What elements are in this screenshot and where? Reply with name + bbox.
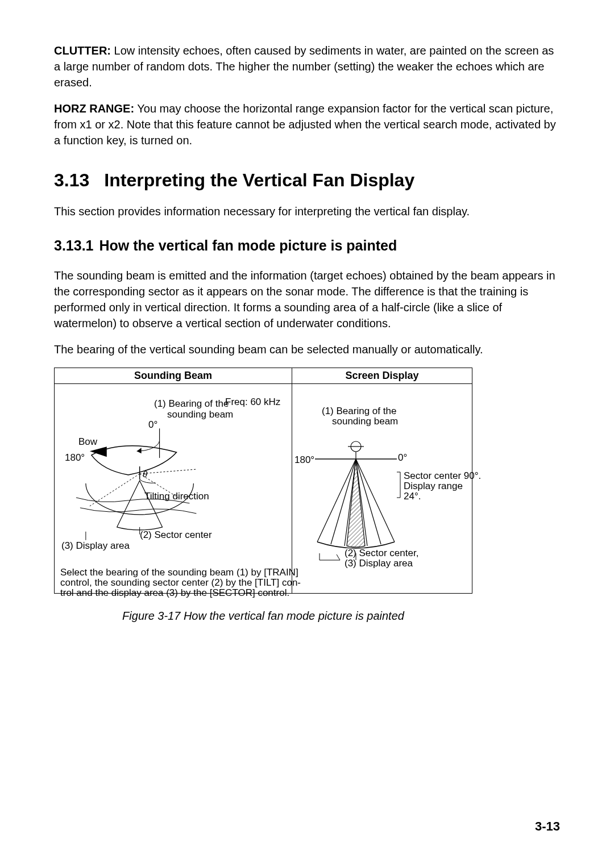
tilt-label: Tilting direction	[144, 491, 209, 502]
r-180-label: 180°	[294, 454, 314, 466]
horz-lead: HORZ RANGE:	[54, 102, 134, 115]
figure-note-3: trol and the display area (3) by the [SE…	[60, 587, 289, 599]
svg-line-21	[337, 554, 340, 560]
clutter-lead: CLUTTER:	[54, 44, 111, 57]
freq-label: Freq: 60 kHz	[225, 397, 280, 408]
zero-deg-label: 0°	[148, 419, 157, 431]
clutter-text: Low intensity echoes, often caused by se…	[54, 44, 554, 89]
page: CLUTTER: Low intensity echoes, often cau…	[0, 0, 614, 868]
svg-marker-1	[137, 448, 142, 453]
subsection-number: 3.13.1	[54, 237, 94, 253]
bow-label: Bow	[78, 436, 97, 448]
figure-body: Freq: 60 kHz (1) Bearing of the sounding…	[55, 384, 472, 593]
section-heading: 3.13Interpreting the Vertical Fan Displa…	[54, 170, 560, 191]
figure-header-right: Screen Display	[292, 368, 472, 383]
r-zero-label: 0°	[398, 452, 407, 464]
sector-center-label: (2) Sector center	[140, 529, 212, 541]
bearing-label-2: sounding beam	[167, 409, 233, 420]
subsection-p2: The bearing of the vertical sounding bea…	[54, 341, 560, 357]
r-sc-3: 24°.	[404, 491, 421, 502]
a180-label: 180°	[65, 452, 85, 464]
page-number: 3-13	[535, 819, 560, 834]
section-title: Interpreting the Vertical Fan Display	[104, 170, 414, 190]
svg-marker-2	[90, 446, 107, 457]
figure-panel-left: Freq: 60 kHz (1) Bearing of the sounding…	[55, 384, 292, 593]
figure-header-left: Sounding Beam	[55, 368, 292, 383]
figure-caption: Figure 3-17 How the vertical fan mode pi…	[54, 610, 472, 623]
subsection-title: How the vertical fan mode picture is pai…	[99, 237, 397, 253]
figure-box: Sounding Beam Screen Display	[54, 368, 472, 594]
figure-panel-right: (1) Bearing of the sounding beam 180° 0°…	[292, 384, 472, 593]
clutter-paragraph: CLUTTER: Low intensity echoes, often cau…	[54, 43, 560, 90]
section-number: 3.13	[54, 170, 89, 190]
theta-label: θ	[143, 469, 147, 479]
subsection-heading: 3.13.1How the vertical fan mode picture …	[54, 237, 560, 254]
r-bearing-2: sounding beam	[332, 416, 398, 427]
subsection-p1: The sounding beam is emitted and the inf…	[54, 268, 560, 331]
bearing-label-1: (1) Bearing of the	[154, 398, 229, 410]
figure-header: Sounding Beam Screen Display	[55, 368, 472, 384]
display-area-label: (3) Display area	[61, 540, 130, 552]
section-intro: This section provides information necess…	[54, 203, 560, 219]
r-note-2: (3) Display area	[345, 558, 413, 569]
horz-range-paragraph: HORZ RANGE: You may choose the horizonta…	[54, 101, 560, 148]
